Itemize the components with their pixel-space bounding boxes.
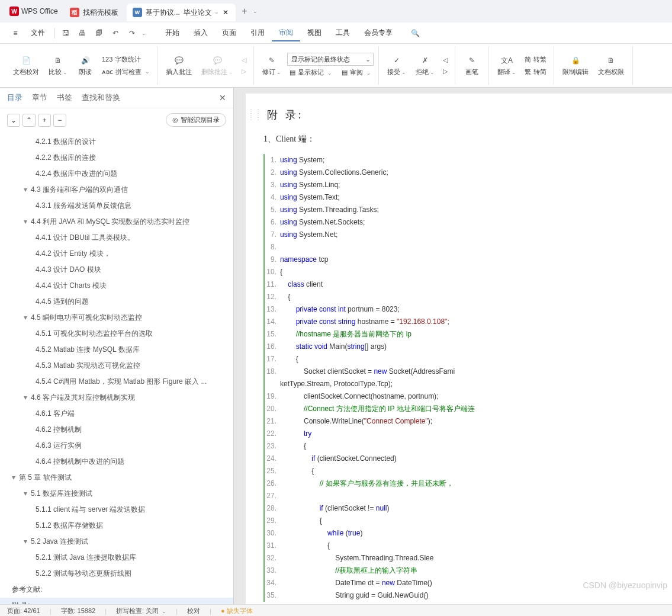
- read-button[interactable]: 🔊朗读: [73, 53, 97, 78]
- toc-expand-button[interactable]: ⌃: [22, 114, 36, 127]
- toc-item[interactable]: 4.5.3 Matlab 实现动态可视化监控: [0, 358, 233, 374]
- review-pane-button[interactable]: ▤审阅⌄: [339, 67, 374, 78]
- toc-item[interactable]: 参考文献:: [0, 582, 233, 598]
- toc-item[interactable]: 4.6.2 控制机制: [0, 422, 233, 438]
- next-comment-button[interactable]: ▷: [239, 66, 249, 76]
- hamburger-icon[interactable]: ≡: [7, 25, 24, 41]
- toc-item[interactable]: 4.4.5 遇到的问题: [0, 294, 233, 310]
- reject-button[interactable]: ✗拒绝⌄: [412, 53, 438, 78]
- add-tab-button[interactable]: +: [237, 6, 252, 17]
- wps-logo-icon: W: [9, 7, 19, 16]
- toc-item[interactable]: 4.2.1 数据库的设计: [0, 134, 233, 150]
- proof-button[interactable]: 📄文档校对: [9, 53, 43, 78]
- toc-item[interactable]: 附 录:: [0, 598, 233, 604]
- toc-item[interactable]: 4.4.2 设计 Entity 模块，: [0, 246, 233, 262]
- menu-插入[interactable]: 插入: [187, 25, 215, 40]
- document-area[interactable]: ⋮⋮⋮⋮ 附 录: 1、Client 端： 1using System;2usi…: [234, 88, 672, 604]
- close-icon[interactable]: ✕: [221, 8, 230, 17]
- sidebar-tab-find[interactable]: 查找和替换: [82, 92, 120, 103]
- toc-item[interactable]: 4.6.1 客户端: [0, 406, 233, 422]
- toc-item[interactable]: ▾5.1 数据库连接测试: [0, 486, 233, 502]
- compare-button[interactable]: 🗎比较⌄: [45, 53, 71, 78]
- app-logo: W WPS Office: [5, 7, 63, 16]
- toc-list[interactable]: 4.2.1 数据库的设计4.2.2 数据库的连接4.2.4 数据库中改进的问题▾…: [0, 131, 233, 604]
- toc-item[interactable]: 4.2.2 数据库的连接: [0, 150, 233, 166]
- print-icon[interactable]: 🖶: [74, 25, 91, 41]
- pen-button[interactable]: ✎画笔: [460, 53, 484, 78]
- toc-item[interactable]: ▾4.3 服务端和客户端的双向通信: [0, 182, 233, 198]
- toc-item[interactable]: ▾4.6 客户端及其对应控制机制实现: [0, 390, 233, 406]
- toc-remove-button[interactable]: −: [53, 114, 66, 127]
- toc-item[interactable]: 4.6.4 控制机制中改进的问题: [0, 454, 233, 470]
- section-heading: 1、Client 端：: [263, 134, 660, 145]
- menu-审阅[interactable]: 审阅: [272, 25, 300, 41]
- sidebar-close-icon[interactable]: ✕: [219, 93, 226, 102]
- zhfan-button[interactable]: 简转繁: [522, 54, 549, 65]
- tab-document[interactable]: W 基于协议... 毕业论文 ▫ ✕: [127, 4, 236, 21]
- wordcount-button[interactable]: 123字数统计: [99, 54, 152, 65]
- zhjian-button[interactable]: 繁转简: [522, 66, 549, 78]
- translate-button[interactable]: 文A翻译⌄: [494, 53, 520, 78]
- toc-item[interactable]: ▾5.2 Java 连接测试: [0, 534, 233, 550]
- menu-视图[interactable]: 视图: [300, 25, 329, 40]
- sidebar-tab-bookmark[interactable]: 书签: [57, 92, 72, 103]
- menu-页面[interactable]: 页面: [215, 25, 243, 40]
- toc-item[interactable]: 5.1.1 client 端与 server 端发送数据: [0, 502, 233, 518]
- toc-item[interactable]: 5.1.2 数据库存储数据: [0, 518, 233, 534]
- redo-icon[interactable]: ↷: [124, 25, 140, 41]
- insert-comment-button[interactable]: 💬插入批注: [162, 53, 195, 78]
- toc-item[interactable]: ▾第 5 章 软件测试: [0, 470, 233, 486]
- toc-item[interactable]: 5.2.2 测试每秒动态更新折线图: [0, 566, 233, 582]
- toc-item[interactable]: 4.4.4 设计 Charts 模块: [0, 278, 233, 294]
- toc-item[interactable]: 4.5.1 可视化实时动态监控平台的选取: [0, 326, 233, 342]
- toc-item[interactable]: 4.4.3 设计 DAO 模块: [0, 262, 233, 278]
- drag-handle-icon[interactable]: ⋮⋮⋮⋮: [248, 108, 262, 121]
- toc-item[interactable]: 4.3.1 服务端发送简单反馈信息: [0, 198, 233, 214]
- toc-item[interactable]: 4.5.2 Matlab 连接 MySQL 数据库: [0, 342, 233, 358]
- tab-dropdown-icon[interactable]: ⌄: [253, 8, 258, 14]
- tab-templates[interactable]: 稻 找稻壳模板: [64, 4, 124, 21]
- status-proof[interactable]: 校对: [187, 607, 200, 615]
- status-spell[interactable]: 拼写检查: 关闭 ⌄: [116, 607, 166, 615]
- show-markup-button[interactable]: ▤显示标记⌄: [287, 67, 335, 78]
- spellcheck-button[interactable]: ᴀʙᴄ拼写检查⌄: [99, 66, 152, 78]
- search-icon[interactable]: 🔍: [407, 25, 423, 41]
- menu-工具[interactable]: 工具: [329, 25, 357, 40]
- toc-item[interactable]: ▾4.5 瞬时电功率可视化实时动态监控: [0, 310, 233, 326]
- accept-button[interactable]: ✓接受⌄: [384, 53, 410, 78]
- lock-icon: 🔒: [570, 54, 581, 66]
- qat-dropdown-icon[interactable]: ⌄: [142, 30, 146, 36]
- toc-item[interactable]: 4.5.4 C#调用 Matlab，实现 Matlab 图形 Figure 嵌入…: [0, 374, 233, 390]
- toc-item[interactable]: 4.2.4 数据库中改进的问题: [0, 166, 233, 182]
- menu-引用[interactable]: 引用: [243, 25, 272, 40]
- toc-item[interactable]: 5.2.1 测试 Java 连接提取数据库: [0, 550, 233, 566]
- markup-state-select[interactable]: 显示标记的最终状态: [287, 53, 374, 66]
- abc-icon: ᴀʙᴄ: [102, 68, 113, 76]
- status-missing-font[interactable]: ● 缺失字体: [221, 607, 253, 615]
- toc-item[interactable]: ▾4.4 利用 JAVA 和 MySQL 实现数据的动态实时监控: [0, 214, 233, 230]
- prev-change-button[interactable]: ◁: [441, 55, 450, 65]
- menu-file[interactable]: 文件: [24, 24, 52, 41]
- window-restore-icon[interactable]: ▫: [216, 8, 218, 17]
- sidebar-tab-chapter[interactable]: 章节: [32, 92, 47, 103]
- smart-toc-button[interactable]: ◎智能识别目录: [166, 113, 226, 127]
- delete-comment-button[interactable]: 💬删除批注⌄: [198, 53, 237, 78]
- toc-item[interactable]: 4.4.1 设计 DBUtil 工具类模块。: [0, 230, 233, 246]
- speaker-icon: 🔊: [79, 54, 91, 66]
- toc-item[interactable]: 4.6.3 运行实例: [0, 438, 233, 454]
- undo-icon[interactable]: ↶: [107, 25, 124, 41]
- save-icon[interactable]: 🖫: [57, 25, 74, 41]
- menu-开始[interactable]: 开始: [158, 25, 187, 40]
- prev-comment-button[interactable]: ◁: [239, 55, 249, 65]
- menu-会员专享[interactable]: 会员专享: [357, 25, 400, 40]
- restrict-edit-button[interactable]: 🔒限制编辑: [559, 53, 592, 78]
- revise-button[interactable]: ✎修订⌄: [259, 53, 285, 78]
- doc-perm-button[interactable]: 🗎文档权限: [594, 53, 628, 78]
- toc-collapse-button[interactable]: ⌄: [7, 114, 20, 127]
- toc-add-button[interactable]: +: [38, 114, 51, 127]
- status-words[interactable]: 字数: 15882: [61, 607, 96, 615]
- next-change-button[interactable]: ▷: [441, 66, 450, 76]
- preview-icon[interactable]: 🗐: [91, 25, 107, 41]
- status-page[interactable]: 页面: 42/61: [7, 607, 40, 615]
- sidebar-tab-toc[interactable]: 目录: [7, 92, 22, 103]
